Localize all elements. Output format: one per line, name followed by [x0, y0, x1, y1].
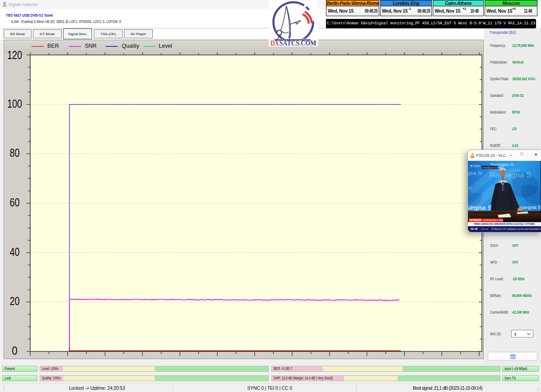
svg-text:R: R	[471, 164, 473, 168]
svg-text:0: 0	[12, 344, 18, 357]
svg-text:segna St: segna St	[468, 204, 495, 211]
svg-text:SATCS.COM: SATCS.COM	[280, 39, 316, 46]
svg-text:Rassegna S: Rassegna S	[490, 171, 532, 179]
svg-text:80: 80	[10, 146, 20, 159]
svg-text:60: 60	[10, 196, 20, 209]
svg-text:St: St	[468, 186, 472, 190]
svg-text:DX: DX	[270, 39, 279, 46]
svg-text:100: 100	[7, 97, 22, 110]
svg-text:120: 120	[7, 49, 22, 61]
svg-text:40: 40	[10, 246, 20, 258]
svg-text:RASSEGNA STAMPA: RASSEGNA STAMPA	[483, 167, 504, 169]
svg-text:20: 20	[10, 295, 20, 307]
svg-text:gna St: gna St	[468, 170, 482, 176]
